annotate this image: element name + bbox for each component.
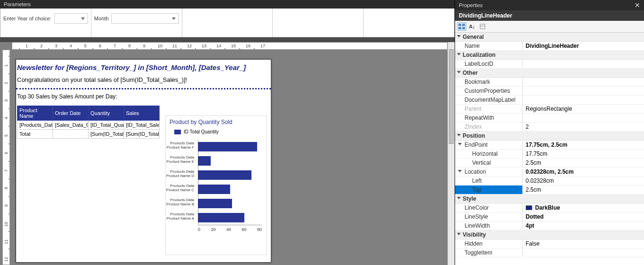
property-category[interactable]: General	[455, 33, 644, 42]
ruler-vertical: 1234567891011121314	[2, 50, 10, 265]
chart-category-label: Products Data Product Name B	[166, 198, 194, 206]
chart-bar	[198, 170, 251, 180]
property-row[interactable]: Horizontal17.75cm	[455, 150, 644, 159]
param-year-label: Enter Year of choice:	[3, 16, 52, 21]
property-row[interactable]: ParentRegionsRectangle	[455, 105, 644, 114]
chart-category-label: Products Data Product Name E	[166, 155, 194, 164]
alphabetical-icon[interactable]: A↓	[467, 22, 477, 31]
svg-rect-1	[462, 24, 465, 26]
property-row[interactable]: ToggleItem	[455, 248, 644, 257]
param-cell-empty3	[364, 9, 454, 37]
property-row[interactable]: EndPoint17.75cm, 2.5cm	[455, 141, 644, 150]
property-pages-icon[interactable]	[478, 22, 487, 31]
param-cell-empty1	[182, 9, 273, 37]
property-row[interactable]: ZIndex2	[455, 123, 644, 132]
properties-header: Properties ✕	[455, 0, 644, 10]
property-category[interactable]: Other	[455, 69, 644, 78]
property-grid[interactable]: GeneralNameDividingLineHeaderLocalizatio…	[455, 33, 644, 265]
close-icon[interactable]: ✕	[635, 1, 640, 9]
parameters-body: Enter Year of choice: Month	[0, 9, 455, 37]
property-row[interactable]: LineWidth4pt	[455, 221, 644, 230]
report-congrats[interactable]: Congratulations on your total sales of […	[16, 74, 271, 87]
table-row[interactable]: [Products_Data_[Sales_Data_Ord[ID_Total_…	[18, 121, 160, 130]
property-category[interactable]: Position	[455, 132, 644, 141]
table-header[interactable]: Product Name	[18, 106, 53, 121]
property-row[interactable]: Location0.02328cm, 2.5cm	[455, 168, 644, 177]
param-year-select[interactable]	[54, 13, 88, 24]
property-row[interactable]: DocumentMapLabel	[455, 96, 644, 105]
table-row[interactable]: Total[Sum(ID_Total_C[Sum(ID_Total_	[18, 130, 160, 139]
param-month-select[interactable]	[111, 13, 179, 24]
property-category[interactable]: Visibility	[455, 230, 644, 239]
table-header[interactable]: Order Date	[53, 106, 89, 121]
chart-bar	[198, 185, 230, 194]
report-subtitle[interactable]: Top 30 Sales by Sales Amount per Day:	[16, 90, 271, 105]
property-object-selector[interactable]: DividingLineHeader	[455, 10, 644, 21]
chart-category-label: Products Data Product Name C	[166, 184, 194, 192]
property-row[interactable]: Top2.5cm	[455, 186, 644, 194]
chart-category-label: Products Data Product Name F	[166, 141, 194, 150]
property-row[interactable]: Vertical2.5cm	[455, 159, 644, 168]
property-row[interactable]: LabelLocID	[455, 60, 644, 69]
property-row[interactable]: NameDividingLineHeader	[455, 42, 644, 51]
chart-bar	[198, 142, 257, 151]
svg-rect-0	[458, 24, 461, 26]
property-toolbar: A↓	[455, 21, 644, 33]
chart-grid	[198, 140, 262, 225]
param-month-label: Month	[94, 16, 109, 21]
property-category[interactable]: Style	[455, 194, 644, 203]
chart-legend-label: ID Total Quantity	[184, 129, 219, 134]
chart-xaxis: 020406080	[198, 227, 262, 232]
property-row[interactable]: RepeatWith	[455, 114, 644, 123]
svg-rect-2	[458, 27, 461, 29]
chart-legend: ID Total Quantity	[166, 128, 267, 140]
chart-bar	[198, 213, 244, 222]
chart-category-label: Products Data Product Name D	[166, 169, 194, 178]
chart-title: Product by Quantity Sold	[166, 116, 267, 128]
categorized-icon[interactable]	[457, 22, 466, 31]
scrollbar-thumb[interactable]	[449, 49, 454, 144]
param-cell-year: Enter Year of choice:	[0, 9, 91, 37]
property-row[interactable]: LineColorDarkBlue	[455, 203, 644, 212]
chart-bar	[198, 199, 232, 208]
parameters-header: Parameters	[0, 0, 455, 9]
property-row[interactable]: HiddenFalse	[455, 239, 644, 248]
report-title[interactable]: Newsletter for [Regions_Territory_] in […	[16, 60, 271, 74]
chart-bar	[198, 156, 211, 166]
property-row[interactable]: LineStyleDotted	[455, 212, 644, 221]
legend-swatch-icon	[174, 130, 181, 134]
quantity-chart[interactable]: Product by Quantity Sold ID Total Quanti…	[165, 115, 267, 255]
svg-rect-4	[480, 24, 485, 29]
chart-category-label: Products Data Product Name A	[166, 212, 194, 221]
property-category[interactable]: Localization	[455, 51, 644, 60]
design-surface[interactable]: 1234567891011121314151617 12345678910111…	[0, 42, 455, 265]
dividing-line-header[interactable]	[16, 88, 271, 89]
table-header[interactable]: Quantity	[89, 106, 124, 121]
parameters-title: Parameters	[4, 1, 31, 7]
ruler-horizontal: 1234567891011121314151617	[12, 42, 447, 50]
property-row[interactable]: Left0.02328cm	[455, 177, 644, 186]
properties-title: Properties	[459, 2, 483, 8]
property-row[interactable]: CustomProperties	[455, 87, 644, 96]
report-page[interactable]: Newsletter for [Regions_Territory_] in […	[16, 59, 271, 263]
property-row[interactable]: Bookmark	[455, 78, 644, 87]
sales-table[interactable]: Product NameOrder DateQuantitySales [Pro…	[17, 106, 160, 139]
param-cell-month: Month	[91, 9, 182, 37]
scrollbar-vertical[interactable]	[447, 42, 455, 265]
svg-rect-3	[462, 27, 465, 29]
table-header[interactable]: Sales	[124, 106, 160, 121]
param-cell-empty2	[273, 9, 364, 37]
